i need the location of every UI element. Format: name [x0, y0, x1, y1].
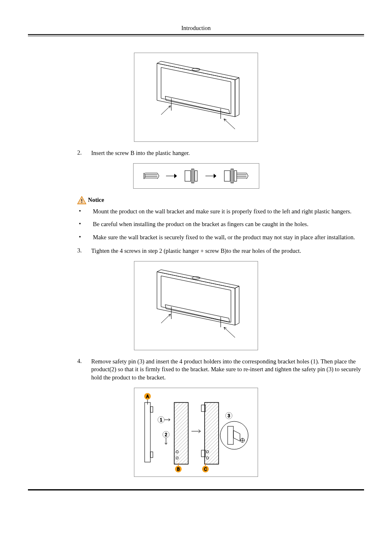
label-c: C: [204, 467, 207, 472]
svg-point-60: [220, 421, 248, 449]
label-a: A: [146, 394, 149, 399]
notice-item-1-text: Mount the product on the wall bracket an…: [93, 208, 364, 216]
page: Introduction: [0, 0, 392, 512]
svg-rect-16: [224, 171, 230, 181]
figure-tv-on-bracket-1: [134, 53, 258, 142]
figure-screw-into-hanger: [133, 163, 259, 189]
svg-rect-51: [205, 402, 219, 464]
footer-rule-bottom: [28, 490, 364, 490]
step-4: 4. Remove safety pin (3) and insert the …: [77, 358, 364, 382]
svg-rect-11: [185, 171, 191, 181]
svg-marker-3: [235, 78, 239, 117]
svg-rect-44: [174, 402, 188, 464]
page-header-title: Introduction: [28, 25, 364, 34]
notice-item-3: • Make sure the wall bracket is securely…: [77, 234, 364, 242]
notice-item-2-text: Be careful when installing the product o…: [93, 220, 364, 229]
figure-wall-bracket-labeled: A 1 2 B: [134, 388, 258, 477]
step-3-text: Tighten the 4 screws in step 2 (plastic …: [91, 247, 364, 255]
bullet-icon: •: [77, 234, 93, 242]
svg-line-32: [224, 327, 235, 338]
bullet-icon: •: [77, 220, 93, 229]
label-1: 1: [160, 418, 162, 422]
step-3: 3. Tighten the 4 screws in step 2 (plast…: [77, 247, 364, 255]
svg-rect-37: [150, 452, 153, 458]
svg-rect-36: [150, 407, 153, 412]
label-b: B: [177, 467, 180, 472]
tv-bracket-illustration-2: [138, 266, 254, 346]
label-2: 2: [165, 432, 167, 437]
notice-item-2: • Be careful when installing the product…: [77, 220, 364, 229]
tv-bracket-illustration-1: [138, 57, 254, 137]
step-2-text: Insert the screw B into the plastic hang…: [91, 149, 364, 157]
screw-hanger-illustration: [136, 166, 256, 186]
svg-marker-27: [235, 286, 239, 325]
footer-rules: [28, 489, 364, 490]
svg-line-8: [224, 119, 235, 129]
warning-icon: [77, 196, 86, 204]
svg-rect-35: [145, 402, 150, 462]
notice-list: • Mount the product on the wall bracket …: [77, 208, 364, 242]
figure-tv-on-bracket-2: [134, 261, 258, 350]
svg-line-31: [161, 314, 171, 323]
notice-item-3-text: Make sure the wall bracket is securely f…: [93, 234, 364, 242]
bullet-icon: •: [77, 208, 93, 216]
header-rule-top: [28, 34, 364, 35]
svg-marker-28: [165, 305, 230, 322]
svg-line-7: [161, 106, 171, 115]
step-3-number: 3.: [77, 247, 91, 255]
notice-heading: Notice: [77, 196, 364, 204]
notice-label: Notice: [88, 197, 104, 204]
svg-rect-19: [234, 171, 237, 181]
label-3: 3: [228, 414, 230, 418]
content-area: 2. Insert the screw B into the plastic h…: [28, 36, 364, 477]
svg-point-23: [81, 202, 82, 203]
svg-marker-4: [165, 96, 230, 114]
svg-rect-14: [195, 171, 197, 181]
svg-rect-61: [228, 426, 233, 444]
step-4-text: Remove safety pin (3) and insert the 4 p…: [91, 358, 364, 382]
step-4-number: 4.: [77, 358, 91, 382]
wall-bracket-illustration: A 1 2 B: [136, 390, 256, 474]
notice-item-1: • Mount the product on the wall bracket …: [77, 208, 364, 216]
step-2-number: 2.: [77, 149, 91, 157]
step-2: 2. Insert the screw B into the plastic h…: [77, 149, 364, 157]
